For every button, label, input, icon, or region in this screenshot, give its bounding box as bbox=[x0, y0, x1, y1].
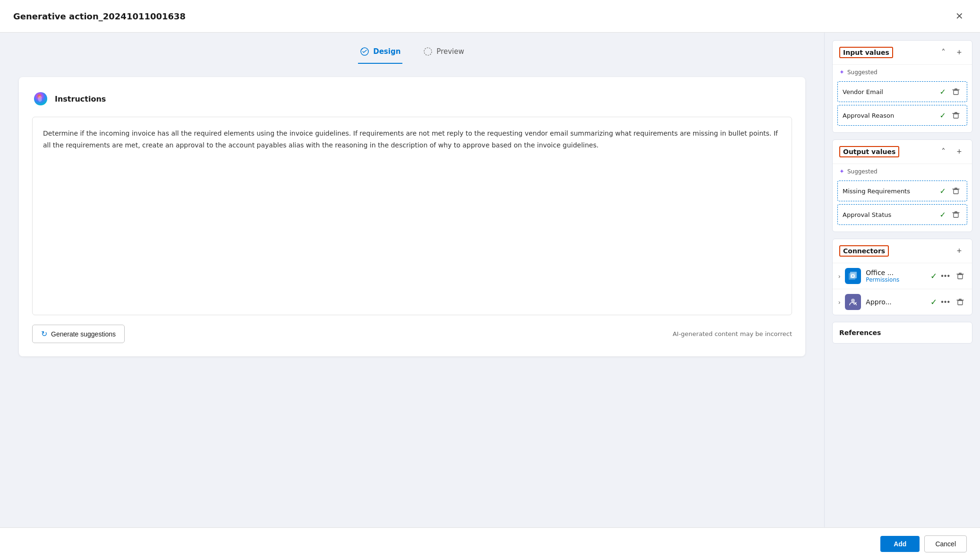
missing-requirements-delete-button[interactable] bbox=[950, 185, 962, 197]
missing-requirements-row: Missing Requirements ✓ bbox=[837, 181, 967, 201]
vendor-email-check-icon: ✓ bbox=[940, 87, 946, 96]
approval-reason-delete-button[interactable] bbox=[950, 109, 962, 121]
connectors-section: Connectors + › O bbox=[832, 239, 972, 315]
generate-bar: ↻ Generate suggestions AI-generated cont… bbox=[32, 325, 792, 343]
office-connector-sub: Permissions bbox=[866, 276, 926, 283]
office-connector-info: Office ... Permissions bbox=[866, 269, 926, 283]
vendor-email-label: Vendor Email bbox=[843, 88, 883, 95]
output-values-title: Output values bbox=[839, 146, 899, 157]
close-button[interactable]: ✕ bbox=[952, 9, 967, 24]
office-connector-expand[interactable]: › bbox=[838, 273, 840, 280]
input-suggested-label: ✦ Suggested bbox=[833, 65, 972, 79]
input-values-collapse-button[interactable]: ˄ bbox=[937, 46, 949, 59]
input-values-actions: ˄ + bbox=[937, 46, 965, 59]
right-panel: Input values ˄ + ✦ Suggested Vendor Emai… bbox=[824, 33, 980, 527]
dialog: Generative action_20241011001638 ✕ Desig… bbox=[0, 0, 980, 560]
tab-preview-label: Preview bbox=[436, 47, 464, 56]
approvals-connector-more-button[interactable]: ••• bbox=[941, 298, 950, 306]
svg-rect-4 bbox=[954, 190, 958, 194]
approval-status-delete-button[interactable] bbox=[950, 208, 962, 221]
instructions-header: Instructions bbox=[32, 90, 792, 107]
tab-design-label: Design bbox=[373, 47, 401, 56]
svg-rect-2 bbox=[954, 90, 958, 95]
svg-rect-11 bbox=[958, 301, 963, 305]
instructions-body[interactable]: Determine if the incoming invoice has al… bbox=[32, 117, 792, 315]
input-values-title-box: Input values bbox=[839, 47, 893, 58]
missing-requirements-icons: ✓ bbox=[940, 185, 962, 197]
output-values-collapse-button[interactable]: ˄ bbox=[937, 146, 949, 158]
approval-reason-label: Approval Reason bbox=[843, 112, 894, 119]
connectors-actions: + bbox=[953, 245, 965, 257]
input-values-header: Input values ˄ + bbox=[833, 41, 972, 65]
approvals-connector-name: Appro... bbox=[866, 298, 926, 306]
approvals-connector-delete-button[interactable] bbox=[954, 296, 966, 308]
office-connector-logo-icon: O bbox=[845, 268, 861, 284]
main-panel: Design Preview bbox=[0, 33, 824, 527]
office-connector-check-icon: ✓ bbox=[930, 271, 937, 281]
approval-status-label: Approval Status bbox=[843, 211, 891, 218]
references-title: References bbox=[839, 329, 881, 336]
vendor-email-row: Vendor Email ✓ bbox=[837, 81, 967, 102]
copilot-logo-icon bbox=[32, 90, 49, 107]
office-connector-delete-button[interactable] bbox=[954, 270, 966, 282]
design-icon bbox=[360, 47, 369, 56]
approval-status-row: Approval Status ✓ bbox=[837, 204, 967, 225]
office-connector-actions: ✓ ••• bbox=[930, 270, 966, 282]
approval-reason-row: Approval Reason ✓ bbox=[837, 105, 967, 126]
output-suggested-label: ✦ Suggested bbox=[833, 164, 972, 179]
preview-icon bbox=[423, 47, 433, 56]
missing-requirements-check-icon: ✓ bbox=[940, 187, 946, 196]
svg-point-1 bbox=[424, 48, 432, 55]
approval-status-icons: ✓ bbox=[940, 208, 962, 221]
approvals-connector-logo-icon bbox=[845, 294, 861, 310]
approval-status-check-icon: ✓ bbox=[940, 210, 946, 219]
output-values-header: Output values ˄ + bbox=[833, 140, 972, 164]
sparkle-icon-input: ✦ bbox=[839, 69, 844, 76]
missing-requirements-label: Missing Requirements bbox=[843, 188, 910, 195]
ai-note-text: AI-generated content may be incorrect bbox=[673, 330, 792, 337]
approvals-connector-actions: ✓ ••• bbox=[930, 296, 966, 308]
dialog-footer: Add Cancel bbox=[0, 527, 980, 560]
svg-rect-5 bbox=[954, 213, 958, 217]
approvals-connector-check-icon: ✓ bbox=[930, 297, 937, 307]
input-values-title: Input values bbox=[839, 47, 893, 58]
svg-point-10 bbox=[851, 299, 855, 302]
approval-reason-row-icons: ✓ bbox=[940, 109, 962, 121]
connectors-add-button[interactable]: + bbox=[953, 245, 965, 257]
sparkle-icon-output: ✦ bbox=[839, 168, 844, 175]
vendor-email-delete-button[interactable] bbox=[950, 86, 962, 98]
svg-rect-3 bbox=[954, 114, 958, 118]
output-values-actions: ˄ + bbox=[937, 146, 965, 158]
cancel-button[interactable]: Cancel bbox=[924, 535, 967, 552]
instructions-card: Instructions Determine if the incoming i… bbox=[19, 77, 805, 356]
vendor-email-row-icons: ✓ bbox=[940, 86, 962, 98]
connectors-title-box: Connectors bbox=[839, 245, 889, 257]
input-values-add-button[interactable]: + bbox=[953, 46, 965, 59]
tab-preview[interactable]: Preview bbox=[421, 42, 466, 64]
references-section: References bbox=[832, 322, 972, 344]
instructions-text: Determine if the incoming invoice has al… bbox=[43, 128, 781, 151]
tab-design[interactable]: Design bbox=[358, 42, 402, 64]
approvals-connector-info: Appro... bbox=[866, 298, 926, 306]
svg-rect-9 bbox=[958, 275, 963, 279]
instructions-section-title: Instructions bbox=[55, 95, 106, 103]
connectors-title: Connectors bbox=[839, 245, 889, 257]
approvals-connector-item: › Appro... ✓ ••• bbox=[833, 289, 972, 315]
input-values-section: Input values ˄ + ✦ Suggested Vendor Emai… bbox=[832, 40, 972, 133]
office-connector-more-button[interactable]: ••• bbox=[941, 272, 950, 280]
office-connector-name: Office ... bbox=[866, 269, 926, 276]
output-values-section: Output values ˄ + ✦ Suggested Missing Re… bbox=[832, 139, 972, 232]
approvals-connector-expand[interactable]: › bbox=[838, 299, 840, 306]
add-button[interactable]: Add bbox=[880, 536, 920, 552]
output-values-title-box: Output values bbox=[839, 146, 899, 157]
generate-suggestions-button[interactable]: ↻ Generate suggestions bbox=[32, 325, 125, 343]
svg-text:O: O bbox=[851, 273, 855, 279]
dialog-body: Design Preview bbox=[0, 33, 980, 527]
generate-btn-label: Generate suggestions bbox=[51, 330, 116, 338]
title-bar: Generative action_20241011001638 ✕ bbox=[0, 0, 980, 33]
office-connector-item: › O Office ... Permissions ✓ bbox=[833, 263, 972, 289]
dialog-title: Generative action_20241011001638 bbox=[13, 11, 186, 21]
refresh-icon: ↻ bbox=[41, 329, 47, 338]
approval-reason-check-icon: ✓ bbox=[940, 111, 946, 120]
output-values-add-button[interactable]: + bbox=[953, 146, 965, 158]
